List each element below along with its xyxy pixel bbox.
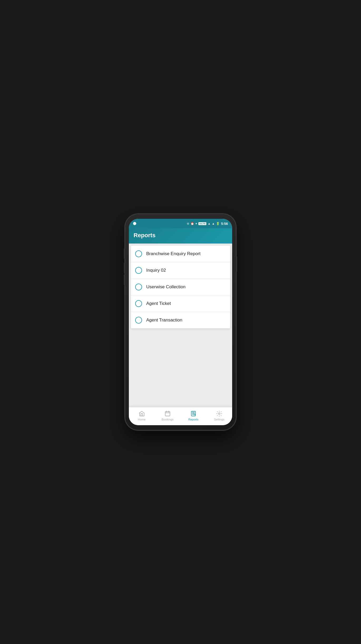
list-item[interactable]: Inquiry 02 <box>131 262 230 279</box>
nav-label-home: Home <box>138 418 145 421</box>
volte-badge: VoLTE <box>198 222 206 225</box>
content-area: Branchwise Enquiry Report Inquiry 02 Use… <box>129 244 232 407</box>
app-bar: Reports <box>129 228 232 244</box>
status-left <box>133 222 136 225</box>
settings-icon <box>216 410 222 417</box>
status-bar: ⊖ ⏰ ▾ VoLTE ▲ ▲ 🔋 5:56 <box>129 219 232 228</box>
status-dot <box>133 222 136 225</box>
report-item-3-label: Userwise Collection <box>146 284 186 290</box>
nav-label-bookings: Bookings <box>162 418 173 421</box>
phone-device: ⊖ ⏰ ▾ VoLTE ▲ ▲ 🔋 5:56 Reports <box>125 214 236 430</box>
alarm-icon: ⏰ <box>191 222 194 225</box>
svg-rect-1 <box>191 411 196 416</box>
radio-circle-5[interactable] <box>135 317 142 324</box>
wifi-icon: ▾ <box>196 222 197 225</box>
report-item-2-label: Inquiry 02 <box>146 268 166 273</box>
nav-label-settings: Settings <box>214 418 225 421</box>
radio-circle-3[interactable] <box>135 284 142 290</box>
nav-item-reports[interactable]: Reports <box>180 409 206 422</box>
nav-item-settings[interactable]: Settings <box>206 409 232 422</box>
status-time: 5:56 <box>221 222 228 226</box>
mute-icon: ⊖ <box>187 222 189 225</box>
list-item[interactable]: Userwise Collection <box>131 279 230 295</box>
svg-rect-0 <box>165 412 170 416</box>
signal-icon-1: ▲ <box>208 222 211 225</box>
nav-item-home[interactable]: Home <box>129 409 155 422</box>
page-title: Reports <box>134 232 155 239</box>
list-item[interactable]: Agent Ticket <box>131 295 230 312</box>
radio-circle-4[interactable] <box>135 300 142 307</box>
battery-icon: 🔋 <box>216 222 220 225</box>
home-icon <box>139 410 145 417</box>
reports-card: Branchwise Enquiry Report Inquiry 02 Use… <box>131 246 230 328</box>
list-item[interactable]: Branchwise Enquiry Report <box>131 246 230 262</box>
nav-item-bookings[interactable]: Bookings <box>155 409 180 422</box>
reports-icon <box>190 410 197 417</box>
svg-point-3 <box>218 413 220 414</box>
signal-icon-2: ▲ <box>212 222 215 225</box>
report-item-4-label: Agent Ticket <box>146 301 171 306</box>
status-right: ⊖ ⏰ ▾ VoLTE ▲ ▲ 🔋 5:56 <box>187 222 228 226</box>
bottom-nav: Home Bookings Reports <box>129 407 232 425</box>
radio-circle-2[interactable] <box>135 267 142 274</box>
bookings-icon <box>164 410 171 417</box>
report-item-1-label: Branchwise Enquiry Report <box>146 251 201 256</box>
radio-circle-1[interactable] <box>135 250 142 257</box>
nav-label-reports: Reports <box>188 418 199 421</box>
list-item[interactable]: Agent Transaction <box>131 312 230 328</box>
report-item-5-label: Agent Transaction <box>146 318 182 323</box>
phone-screen: ⊖ ⏰ ▾ VoLTE ▲ ▲ 🔋 5:56 Reports <box>129 219 232 425</box>
